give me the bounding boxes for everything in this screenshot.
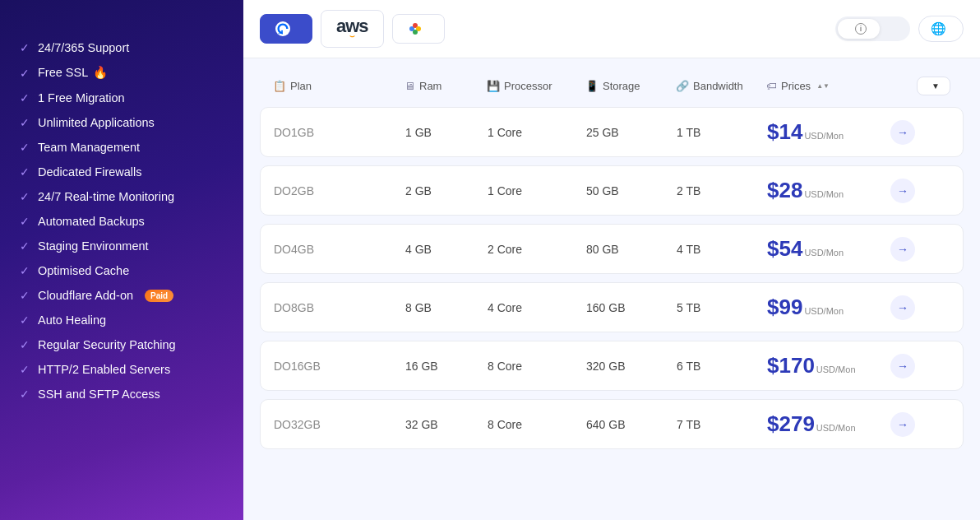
table-row[interactable]: DO32GB 32 GB 8 Core 640 GB 7 TB $279USD/… [260, 399, 964, 449]
plan-price: $14USD/Mon [767, 119, 890, 145]
prices-col-icon: 🏷 [766, 80, 777, 92]
digitalocean-icon [275, 21, 290, 36]
plan-processor: 8 Core [488, 418, 586, 431]
sidebar-feature-item: ✓24/7 Real-time Monitoring [20, 190, 224, 203]
plan-ram: 32 GB [405, 418, 488, 431]
feature-label: Cloudflare Add-on [38, 289, 133, 302]
features-list: ✓24/7/365 Support✓Free SSL 🔥✓1 Free Migr… [20, 41, 224, 401]
price-unit: USD/Mon [804, 248, 844, 258]
provider-aws-button[interactable]: aws ⌣ [321, 10, 384, 48]
sidebar-feature-item: ✓Cloudflare Add-onPaid [20, 289, 224, 302]
check-icon: ✓ [20, 363, 30, 376]
plan-select-arrow[interactable]: → [890, 237, 915, 262]
col-processor-label: Processor [504, 80, 552, 92]
col-storage: 📱 Storage [585, 80, 676, 92]
sidebar-feature-item: ✓Team Management [20, 141, 224, 154]
col-ram-label: Ram [419, 80, 441, 92]
feature-label: Automated Backups [38, 215, 145, 228]
plan-name: DO1GB [274, 126, 405, 139]
col-ram: 🖥 Ram [404, 80, 487, 92]
plan-bandwidth: 4 TB [677, 243, 767, 256]
plan-select-arrow[interactable]: → [890, 412, 915, 437]
plan-price: $28USD/Mon [767, 178, 890, 203]
feature-label: Free SSL 🔥 [38, 66, 108, 80]
col-prices: 🏷 Prices ▲▼ [766, 80, 890, 92]
plan-storage: 80 GB [586, 243, 677, 256]
plan-ram: 1 GB [405, 126, 488, 139]
plan-processor: 1 Core [488, 126, 586, 139]
price-unit: USD/Mon [804, 131, 844, 141]
feature-label: HTTP/2 Enabled Servers [38, 363, 170, 376]
svg-rect-3 [279, 33, 280, 34]
plan-bandwidth: 6 TB [677, 360, 767, 373]
sidebar: ✓24/7/365 Support✓Free SSL 🔥✓1 Free Migr… [0, 0, 243, 520]
price-amount: $54 [767, 236, 802, 261]
price-unit: USD/Mon [816, 364, 856, 374]
price-amount: $99 [767, 295, 802, 319]
check-icon: ✓ [20, 165, 30, 179]
price-amount: $14 [767, 119, 802, 144]
check-icon: ✓ [20, 313, 30, 327]
plan-ram: 16 GB [405, 360, 488, 373]
feature-label: Regular Security Patching [38, 338, 176, 351]
tab-premium[interactable]: i [838, 19, 880, 39]
badge-paid: Paid [145, 290, 173, 302]
plan-select-arrow[interactable]: → [890, 295, 915, 320]
sidebar-feature-item: ✓24/7/365 Support [20, 41, 224, 54]
sidebar-feature-item: ✓HTTP/2 Enabled Servers [20, 363, 224, 376]
svg-rect-2 [280, 32, 281, 34]
provider-digitalocean-button[interactable] [260, 14, 312, 44]
plan-price: $279USD/Mon [767, 411, 890, 437]
column-headers-row: 📋 Plan 🖥 Ram 💾 Processor 📱 Storage 🔗 [260, 72, 964, 100]
feature-label: Unlimited Applications [38, 116, 155, 129]
sidebar-feature-item: ✓Auto Healing [20, 313, 224, 327]
provider-google-cloud-button[interactable] [392, 14, 445, 44]
check-icon: ✓ [20, 239, 30, 253]
plan-select-arrow[interactable]: → [890, 120, 915, 145]
check-icon: ✓ [20, 141, 30, 154]
table-row[interactable]: DO1GB 1 GB 1 Core 25 GB 1 TB $14USD/Mon … [260, 107, 964, 157]
plans-rows: DO1GB 1 GB 1 Core 25 GB 1 TB $14USD/Mon … [260, 107, 964, 449]
data-centers-button[interactable]: 🌐 [918, 16, 964, 42]
table-row[interactable]: DO16GB 16 GB 8 Core 320 GB 6 TB $170USD/… [260, 341, 964, 391]
sort-arrows: ▲▼ [816, 83, 830, 90]
col-storage-label: Storage [603, 80, 640, 92]
feature-label: Staging Environment [38, 239, 149, 253]
plan-processor: 2 Core [488, 243, 586, 256]
google-cloud-icon [408, 21, 423, 36]
check-icon: ✓ [20, 116, 30, 129]
check-icon: ✓ [20, 41, 30, 54]
svg-rect-1 [281, 30, 283, 32]
tab-standard[interactable] [881, 25, 908, 33]
feature-label: Team Management [38, 141, 140, 154]
ram-col-icon: 🖥 [404, 80, 415, 92]
sidebar-feature-item: ✓Dedicated Firewalls [20, 165, 224, 179]
plan-storage: 640 GB [586, 418, 677, 431]
plan-name: DO2GB [274, 184, 405, 197]
sidebar-feature-item: ✓Unlimited Applications [20, 116, 224, 129]
plan-select-arrow[interactable]: → [890, 354, 915, 378]
plan-bandwidth: 2 TB [677, 184, 767, 197]
billing-cycle-dropdown[interactable]: ▼ [917, 77, 950, 95]
plan-name: DO4GB [274, 243, 405, 256]
sidebar-feature-item: ✓Staging Environment [20, 239, 224, 253]
feature-label: SSH and SFTP Access [38, 388, 160, 401]
plan-price: $99USD/Mon [767, 295, 890, 320]
sidebar-feature-item: ✓1 Free Migration [20, 91, 224, 104]
col-bandwidth-label: Bandwidth [693, 80, 743, 92]
col-bandwidth: 🔗 Bandwidth [676, 80, 766, 92]
sidebar-feature-item: ✓SSH and SFTP Access [20, 388, 224, 401]
table-row[interactable]: DO8GB 8 GB 4 Core 160 GB 5 TB $99USD/Mon… [260, 282, 964, 332]
check-icon: ✓ [20, 91, 30, 104]
feature-label: Optimised Cache [38, 264, 129, 277]
plan-name: DO32GB [274, 418, 405, 431]
sidebar-feature-item: ✓Free SSL 🔥 [20, 66, 224, 80]
plan-type-tabs: i [835, 16, 910, 41]
plan-select-arrow[interactable]: → [890, 179, 915, 203]
storage-col-icon: 📱 [585, 80, 599, 92]
feature-emoji: 🔥 [93, 66, 108, 79]
plan-col-icon: 📋 [273, 80, 286, 92]
table-row[interactable]: DO4GB 4 GB 2 Core 80 GB 4 TB $54USD/Mon … [260, 224, 964, 274]
premium-info-icon: i [855, 23, 867, 35]
table-row[interactable]: DO2GB 2 GB 1 Core 50 GB 2 TB $28USD/Mon … [260, 165, 964, 216]
